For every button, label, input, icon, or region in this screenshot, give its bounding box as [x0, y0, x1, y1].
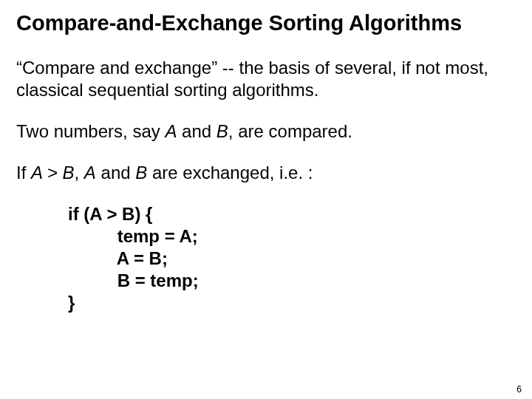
text: , — [75, 163, 84, 183]
text-gt: > — [42, 163, 62, 183]
var-b: B — [216, 121, 228, 141]
var-b: B — [63, 163, 75, 183]
var-a: A — [31, 163, 42, 183]
text: , are compared. — [228, 121, 352, 141]
var-a: A — [84, 163, 96, 183]
page-number: 6 — [516, 384, 522, 395]
text: and — [96, 163, 135, 183]
paragraph-intro: “Compare and exchange” -- the basis of s… — [16, 57, 516, 101]
paragraph-compared: Two numbers, say A and B, are compared. — [16, 120, 516, 143]
slide: Compare-and-Exchange Sorting Algorithms … — [0, 0, 532, 399]
text: If — [16, 163, 31, 183]
slide-title: Compare-and-Exchange Sorting Algorithms — [16, 10, 516, 36]
text: are exchanged, i.e. : — [147, 163, 313, 183]
var-a: A — [165, 121, 177, 141]
paragraph-exchanged: If A > B, A and B are exchanged, i.e. : — [16, 162, 516, 184]
code-block: if (A > B) { temp = A; A = B; B = temp; … — [68, 203, 516, 314]
text: Two numbers, say — [16, 121, 165, 141]
text: and — [177, 121, 216, 141]
slide-body: “Compare and exchange” -- the basis of s… — [16, 57, 516, 314]
var-b: B — [135, 163, 147, 183]
